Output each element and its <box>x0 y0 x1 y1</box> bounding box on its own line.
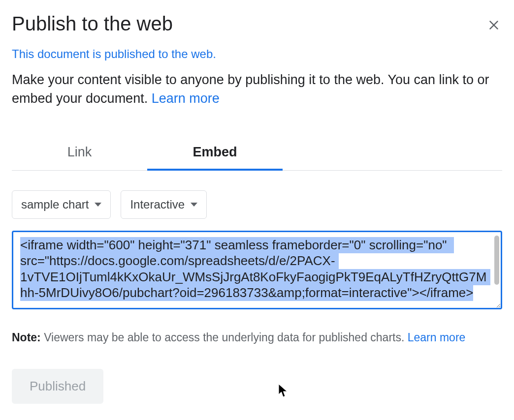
note-row: Note: Viewers may be able to access the … <box>12 331 502 344</box>
description-text: Make your content visible to anyone by p… <box>12 72 489 106</box>
tab-link[interactable]: Link <box>12 138 147 171</box>
dialog-header: Publish to the web <box>12 12 502 47</box>
chart-select-value: sample chart <box>21 198 89 211</box>
publish-dialog: Publish to the web This document is publ… <box>0 0 514 416</box>
learn-more-link[interactable]: Learn more <box>152 91 220 106</box>
note-learn-more-link[interactable]: Learn more <box>408 331 466 344</box>
note-text: Viewers may be able to access the underl… <box>41 331 408 344</box>
tab-bar: Link Embed <box>12 138 502 171</box>
embed-code-textarea[interactable] <box>12 231 502 309</box>
tab-embed[interactable]: Embed <box>147 138 283 171</box>
chart-select-dropdown[interactable]: sample chart <box>12 190 111 219</box>
mode-select-value: Interactive <box>130 198 185 211</box>
caret-down-icon <box>191 203 197 207</box>
note-label: Note: <box>12 331 41 344</box>
mode-select-dropdown[interactable]: Interactive <box>121 190 207 219</box>
embed-controls: sample chart Interactive <box>12 190 502 219</box>
close-icon <box>487 19 500 31</box>
dialog-title: Publish to the web <box>12 12 173 35</box>
dialog-description: Make your content visible to anyone by p… <box>12 71 502 108</box>
close-button[interactable] <box>483 15 504 35</box>
caret-down-icon <box>95 203 101 207</box>
published-button[interactable]: Published <box>12 369 103 404</box>
publish-status-link[interactable]: This document is published to the web. <box>12 47 216 61</box>
embed-code-container <box>12 231 502 311</box>
scrollbar-thumb[interactable] <box>494 236 499 285</box>
